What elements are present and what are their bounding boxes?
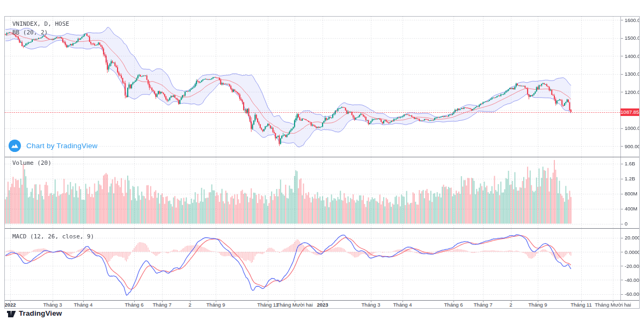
price-axis-border bbox=[620, 17, 621, 300]
time-axis-label: Tháng 3 bbox=[43, 302, 62, 308]
price-axis-label: 1400.00 bbox=[625, 53, 640, 59]
time-axis-label: Tháng 9 bbox=[207, 302, 225, 308]
price-axis-tick bbox=[621, 56, 623, 56]
time-axis-label: Tháng 6 bbox=[444, 302, 463, 308]
time-axis-label: 2 bbox=[509, 302, 512, 308]
time-axis-label: Tháng Mười hai bbox=[276, 302, 313, 308]
symbol-legend[interactable]: VNINDEX, D, HOSE bbox=[12, 20, 69, 28]
macd-axis-tick bbox=[621, 294, 623, 295]
volume-axis-tick bbox=[621, 179, 623, 179]
macd-axis-tick bbox=[621, 266, 623, 266]
time-axis-label: Tháng 4 bbox=[74, 302, 93, 308]
last-price-badge: 1087.85 bbox=[620, 108, 639, 116]
price-axis-tick bbox=[621, 128, 623, 129]
price-axis-label: 1600.00 bbox=[625, 17, 640, 23]
chart-widget: VNINDEX, D, HOSE BB (20, 2) Volume (20) … bbox=[4, 16, 640, 309]
volume-indicator-legend[interactable]: Volume (20) bbox=[12, 159, 52, 168]
price-axis-tick bbox=[621, 74, 623, 75]
price-axis-label: 1200.00 bbox=[625, 89, 640, 95]
macd-axis-tick bbox=[621, 280, 623, 280]
time-axis-label: Tháng 7 bbox=[153, 302, 172, 308]
volume-axis-tick bbox=[621, 209, 623, 209]
main-pane-legend[interactable]: VNINDEX, D, HOSE BB (20, 2) bbox=[12, 20, 69, 37]
time-axis-label: Tháng 7 bbox=[474, 302, 493, 308]
time-axis-label: Tháng 3 bbox=[362, 302, 380, 308]
time-axis-label: Tháng 11 bbox=[570, 302, 591, 308]
volume-axis-tick bbox=[621, 164, 623, 164]
time-axis-label: Tháng 6 bbox=[125, 302, 144, 308]
volume-axis-tick bbox=[621, 224, 623, 224]
price-chart-canvas[interactable] bbox=[5, 17, 620, 300]
macd-axis-label: -60.0000 bbox=[625, 291, 640, 297]
price-axis-tick bbox=[621, 146, 623, 147]
watermark-label: Chart by TradingView bbox=[26, 142, 98, 150]
price-axis-tick bbox=[621, 38, 623, 39]
tradingview-cloud-icon bbox=[9, 140, 21, 152]
volume-axis-label: 1.6B bbox=[625, 161, 635, 166]
time-axis-label: 2022 bbox=[4, 302, 16, 308]
volume-axis-label: 800M bbox=[625, 191, 638, 197]
macd-axis-label: 20.0000 bbox=[625, 235, 640, 241]
price-axis-label: 1000.00 bbox=[625, 125, 640, 131]
tradingview-mark-icon bbox=[7, 309, 16, 317]
macd-pane-separator[interactable] bbox=[5, 228, 639, 229]
price-axis-label: 900.00 bbox=[625, 143, 640, 149]
volume-axis-label: 400M bbox=[625, 206, 638, 212]
macd-indicator-legend[interactable]: MACD (12, 26, close, 9) bbox=[12, 232, 94, 241]
macd-axis-tick bbox=[621, 238, 623, 238]
macd-axis-label: 0.0000 bbox=[625, 249, 640, 255]
volume-axis-label: 0 bbox=[625, 221, 627, 227]
macd-axis-tick bbox=[621, 252, 623, 252]
tradingview-brand-label: TradingView bbox=[19, 309, 62, 317]
tradingview-attribution-link[interactable]: Chart by TradingView bbox=[9, 140, 98, 152]
tradingview-logo-link[interactable]: TradingView bbox=[7, 309, 62, 317]
time-axis-border bbox=[5, 300, 639, 301]
time-axis-label: Tháng 4 bbox=[393, 302, 412, 308]
macd-axis-label: -40.0000 bbox=[625, 277, 640, 283]
time-axis-label: Tháng 11 bbox=[257, 302, 278, 308]
time-axis-label: 2 bbox=[188, 302, 191, 308]
price-axis-tick bbox=[621, 92, 623, 92]
price-axis-label: 1300.00 bbox=[625, 71, 640, 77]
time-axis-label: 2023 bbox=[317, 302, 328, 308]
price-axis-label: 1500.00 bbox=[625, 35, 640, 41]
time-axis-label: Tháng 9 bbox=[529, 302, 547, 308]
bb-indicator-legend[interactable]: BB (20, 2) bbox=[12, 28, 69, 37]
volume-axis-label: 1.2B bbox=[625, 176, 635, 181]
time-axis-label: Tháng Mười hai bbox=[595, 302, 631, 308]
volume-pane-separator[interactable] bbox=[5, 157, 639, 157]
volume-axis-tick bbox=[621, 194, 623, 194]
price-axis-tick bbox=[621, 20, 623, 20]
macd-axis-label: -20.0000 bbox=[625, 263, 640, 269]
